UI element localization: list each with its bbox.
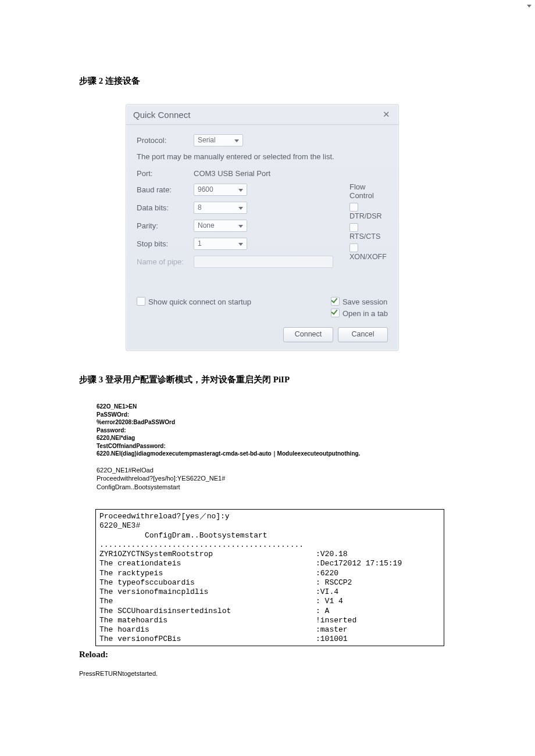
terminal-block-2: 622O_NE1#RelOad Proceedwithreload?[yes/h… (97, 466, 456, 492)
port-dropdown[interactable]: COM3 USB Serial Port (194, 169, 365, 178)
databits-value: 8 (198, 202, 202, 214)
chevron-down-icon (238, 189, 243, 192)
parity-value: None (198, 220, 215, 232)
step-3-heading: 步骤 3 登录用户配置诊断模式，并对设备重启关闭 PiIP (79, 374, 456, 385)
databits-label: Data bits: (137, 203, 194, 212)
dtr-checkbox[interactable] (349, 203, 358, 212)
baud-label: Baud rate: (137, 185, 194, 194)
dialog-title: Quick Connect (133, 110, 380, 120)
show-startup-label: Show quick connect on startup (148, 298, 251, 306)
flow-control-title: Flow Control (349, 182, 388, 200)
cancel-button[interactable]: Cancel (338, 327, 388, 342)
pipe-input[interactable] (194, 256, 333, 268)
port-value: COM3 USB Serial Port (194, 169, 270, 178)
save-session-label: Save session (343, 298, 387, 306)
protocol-label: Protocol: (137, 136, 194, 145)
port-label: Port: (137, 169, 194, 178)
stopbits-dropdown[interactable]: 1 (194, 238, 247, 250)
parity-label: Parity: (137, 221, 194, 230)
chevron-down-icon (234, 139, 239, 142)
baud-dropdown[interactable]: 9600 (194, 184, 247, 196)
protocol-dropdown[interactable]: Serial (194, 134, 243, 146)
chevron-down-icon (238, 225, 243, 228)
close-icon[interactable]: ✕ (380, 109, 393, 120)
show-startup-checkbox[interactable] (137, 297, 145, 306)
reload-label: Reload: (79, 650, 456, 660)
chevron-down-icon (527, 5, 532, 8)
parity-dropdown[interactable]: None (194, 220, 247, 232)
stopbits-value: 1 (198, 238, 202, 250)
rts-checkbox[interactable] (349, 223, 358, 232)
chevron-down-icon (238, 243, 243, 246)
rts-label: RTS/CTS (349, 232, 380, 241)
step-2-heading: 步骤 2 连接设备 (79, 76, 456, 87)
terminal-box: Proceedwithreload?[yes／no]:y6220_NE3# Co… (95, 509, 444, 646)
protocol-value: Serial (198, 134, 216, 146)
terminal-block-1: 622O_NE1>ENPaSSWOrd:%error20208:BadPaSSW… (97, 403, 456, 458)
connect-button[interactable]: Connect (283, 327, 333, 342)
save-session-checkbox[interactable] (331, 297, 340, 306)
chevron-down-icon (238, 207, 243, 210)
press-return-line: PressRETURNtogetstarted. (79, 670, 456, 677)
port-hint: The port may be manually entered or sele… (137, 152, 388, 161)
quick-connect-dialog: Quick Connect ✕ Protocol: Serial The por… (126, 104, 399, 351)
baud-value: 9600 (198, 184, 213, 196)
open-tab-checkbox[interactable] (331, 309, 340, 317)
xon-label: XON/XOFF (349, 253, 387, 261)
pipe-label: Name of pipe: (137, 257, 194, 266)
stopbits-label: Stop bits: (137, 239, 194, 248)
open-tab-label: Open in a tab (343, 309, 388, 318)
dtr-label: DTR/DSR (349, 212, 382, 220)
databits-dropdown[interactable]: 8 (194, 202, 247, 214)
xon-checkbox[interactable] (349, 243, 358, 252)
